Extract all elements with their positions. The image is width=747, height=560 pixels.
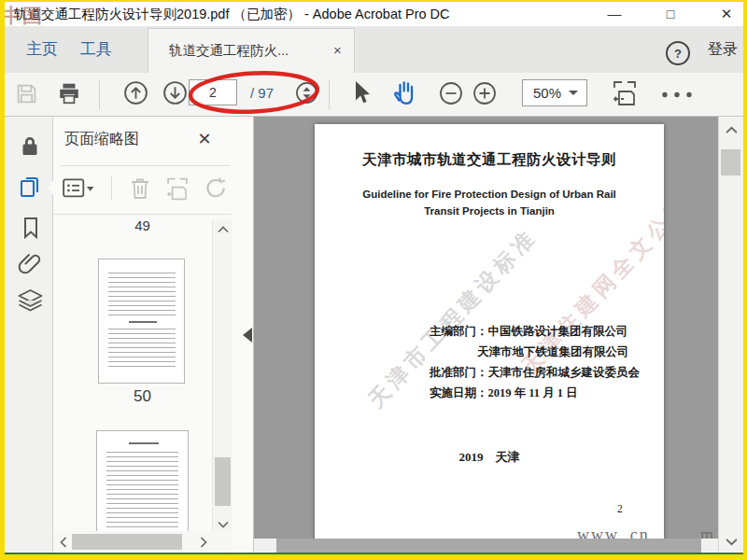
doc-field-line: 天津市地下铁道集团有限公司 [477, 344, 629, 360]
maximize-button[interactable]: □ [658, 3, 683, 25]
doc-title-en-line1: Guideline for Fire Protection Design of … [315, 189, 664, 200]
field-value: 2019 年 11 月 1 日 [488, 386, 578, 399]
thumbnail-heading-line [129, 321, 157, 323]
tab-home[interactable]: 主页 [18, 26, 66, 73]
document-pane: 天津市城市轨道交通工程防火设计导则 Guideline for Fire Pro… [254, 117, 718, 553]
document-vertical-scrollbar[interactable] [718, 117, 743, 553]
panel-vertical-scrollbar[interactable] [212, 219, 233, 537]
crop-page-icon[interactable] [163, 175, 191, 202]
thumbnail-text-lines [108, 273, 176, 315]
toolbar: / 97 50% [5, 73, 743, 117]
document-vscroll-thumb[interactable] [721, 149, 740, 175]
field-value: 天津市地下铁道集团有限公司 [477, 345, 629, 358]
hand-tool-icon[interactable] [390, 77, 419, 107]
field-label: 批准部门： [430, 366, 488, 379]
panel-toolbar-separator [111, 176, 112, 201]
delete-page-icon[interactable] [128, 175, 152, 202]
title-bar: 轨道交通工程防火设计导则2019.pdf （已加密） - Adobe Acrob… [5, 2, 743, 26]
scroll-left-icon[interactable] [59, 536, 68, 548]
doc-field-line: 实施日期：2019 年 11 月 1 日 [430, 385, 578, 401]
chevron-down-icon [569, 91, 578, 95]
panel-close-icon[interactable]: ✕ [193, 128, 216, 150]
thumbnail-label-49: 49 [53, 217, 232, 233]
field-value: 中国铁路设计集团有限公司 [488, 325, 628, 338]
field-label: 实施日期： [430, 386, 488, 399]
sign-in-button[interactable]: 登录 [708, 26, 747, 73]
layers-icon[interactable] [16, 287, 44, 314]
window-title: 轨道交通工程防火设计导则2019.pdf （已加密） - Adobe Acrob… [14, 2, 593, 26]
fit-width-icon[interactable] [610, 78, 640, 108]
previous-page-icon[interactable] [123, 80, 148, 105]
panel-divider [53, 214, 232, 215]
doc-title-cn: 天津市城市轨道交通工程防火设计导则 [315, 150, 664, 170]
tab-bar: 主页 工具 轨道交通工程防火... × ? 登录 [5, 26, 743, 73]
tab-tools[interactable]: 工具 [72, 26, 120, 73]
field-label: 主编部门： [430, 325, 488, 338]
pdf-page[interactable]: 天津市城市轨道交通工程防火设计导则 Guideline for Fire Pro… [315, 124, 664, 553]
rotate-page-icon[interactable] [203, 175, 227, 202]
page-thumbnails-icon[interactable] [17, 173, 43, 201]
help-icon[interactable]: ? [666, 41, 690, 65]
zoom-out-icon[interactable] [439, 81, 463, 105]
thumbnail-label-50: 50 [53, 387, 232, 406]
thumbnail-heading-line [129, 442, 159, 444]
scroll-right-icon[interactable] [199, 536, 208, 548]
thumbnail-options-icon[interactable] [61, 175, 96, 202]
bookmarks-icon[interactable] [20, 215, 42, 240]
scroll-up-icon[interactable] [217, 225, 229, 233]
scroll-up-icon[interactable] [725, 125, 738, 134]
frame-border-left [0, 0, 5, 560]
document-tab-close-icon[interactable]: × [333, 29, 342, 72]
security-lock-icon[interactable] [18, 133, 42, 160]
toolbar-separator [99, 80, 100, 109]
frame-border-right [743, 0, 747, 560]
zoom-level-value: 50% [533, 80, 561, 105]
panel-hscroll-thumb[interactable] [72, 534, 182, 550]
more-tools-icon[interactable] [658, 89, 696, 100]
panel-collapse-arrow-icon[interactable] [243, 328, 252, 343]
panel-title: 页面缩略图 [64, 130, 139, 149]
field-value: 天津市住房和城乡建设委员会 [488, 366, 641, 379]
scroll-down-icon[interactable] [217, 520, 229, 528]
doc-page-number: 2 [617, 503, 623, 514]
attachments-paperclip-icon[interactable] [18, 250, 42, 278]
document-hscroll-thumb[interactable] [276, 539, 701, 553]
thumbnail-text-lines [108, 329, 176, 370]
zoom-level-dropdown[interactable]: 50% [522, 79, 587, 106]
zoom-in-icon[interactable] [472, 81, 497, 105]
select-tool-icon[interactable] [349, 78, 374, 106]
minimize-button[interactable]: — [602, 3, 627, 25]
navigation-rail [5, 117, 53, 553]
thumbnail-page-50[interactable] [98, 259, 185, 384]
acrobat-window: 轨道交通工程防火设计导则2019.pdf （已加密） - Adobe Acrob… [0, 0, 747, 560]
print-icon[interactable] [55, 80, 83, 106]
thumbnails-panel: 页面缩略图 ✕ 49 50 [53, 117, 254, 553]
red-circle-annotation [177, 66, 331, 119]
close-button[interactable]: ✕ [714, 3, 739, 25]
doc-field-line: 批准部门：天津市住房和城乡建设委员会 [430, 365, 640, 381]
frame-border-top [0, 0, 747, 2]
document-horizontal-scrollbar[interactable] [254, 539, 718, 553]
frame-border-bottom [0, 554, 747, 560]
thumbnail-text-lines [106, 452, 178, 541]
doc-title-en-line2: Transit Projects in Tianjin [315, 205, 664, 217]
doc-field-line: 主编部门：中国铁路设计集团有限公司 [430, 324, 628, 340]
save-icon[interactable] [13, 80, 39, 106]
panel-vscroll-thumb[interactable] [215, 457, 231, 506]
doc-year-city: 2019 天津 [315, 449, 664, 466]
panel-horizontal-scrollbar[interactable] [53, 531, 232, 553]
scroll-down-icon[interactable] [725, 537, 738, 546]
panel-divider [61, 165, 231, 166]
